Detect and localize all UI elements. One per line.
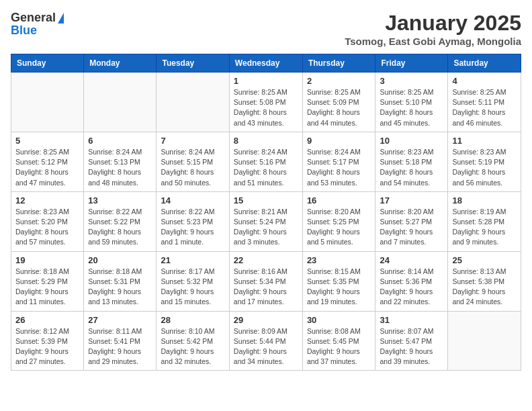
day-info: Sunrise: 8:25 AMSunset: 5:12 PMDaylight:… (15, 147, 79, 188)
calendar-week-row: 5Sunrise: 8:25 AMSunset: 5:12 PMDaylight… (11, 132, 521, 191)
calendar-cell (84, 73, 157, 132)
calendar-cell: 16Sunrise: 8:20 AMSunset: 5:25 PMDayligh… (302, 191, 375, 251)
calendar-cell: 3Sunrise: 8:25 AMSunset: 5:10 PMDaylight… (375, 73, 448, 132)
day-info: Sunrise: 8:24 AMSunset: 5:15 PMDaylight:… (161, 147, 224, 188)
day-info: Sunrise: 8:13 AMSunset: 5:38 PMDaylight:… (452, 267, 517, 308)
day-info: Sunrise: 8:12 AMSunset: 5:39 PMDaylight:… (15, 326, 79, 367)
logo-blue-text: Blue (11, 24, 37, 38)
day-number: 31 (380, 315, 443, 325)
day-number: 15 (234, 195, 298, 205)
day-info: Sunrise: 8:17 AMSunset: 5:32 PMDaylight:… (161, 267, 224, 308)
calendar-cell: 19Sunrise: 8:18 AMSunset: 5:29 PMDayligh… (11, 251, 84, 311)
location-subtitle: Tsomog, East Gobi Aymag, Mongolia (345, 36, 521, 47)
day-info: Sunrise: 8:24 AMSunset: 5:17 PMDaylight:… (307, 147, 371, 188)
day-number: 23 (307, 255, 371, 265)
day-info: Sunrise: 8:19 AMSunset: 5:28 PMDaylight:… (452, 207, 517, 248)
day-number: 16 (307, 195, 371, 205)
day-info: Sunrise: 8:23 AMSunset: 5:19 PMDaylight:… (452, 147, 517, 188)
day-info: Sunrise: 8:20 AMSunset: 5:27 PMDaylight:… (380, 207, 443, 248)
day-number: 5 (15, 136, 79, 146)
calendar-cell (11, 73, 84, 132)
calendar-cell: 12Sunrise: 8:23 AMSunset: 5:20 PMDayligh… (11, 191, 84, 251)
calendar-week-row: 19Sunrise: 8:18 AMSunset: 5:29 PMDayligh… (11, 251, 521, 311)
calendar-cell: 9Sunrise: 8:24 AMSunset: 5:17 PMDaylight… (302, 132, 375, 191)
day-info: Sunrise: 8:24 AMSunset: 5:16 PMDaylight:… (234, 147, 298, 188)
calendar-cell: 7Sunrise: 8:24 AMSunset: 5:15 PMDaylight… (157, 132, 229, 191)
day-number: 9 (307, 136, 371, 146)
day-info: Sunrise: 8:22 AMSunset: 5:23 PMDaylight:… (161, 207, 224, 248)
logo-triangle-icon (58, 13, 64, 24)
calendar-cell: 20Sunrise: 8:18 AMSunset: 5:31 PMDayligh… (84, 251, 157, 311)
calendar-cell: 25Sunrise: 8:13 AMSunset: 5:38 PMDayligh… (448, 251, 521, 311)
day-info: Sunrise: 8:24 AMSunset: 5:13 PMDaylight:… (88, 147, 152, 188)
calendar-cell: 2Sunrise: 8:25 AMSunset: 5:09 PMDaylight… (302, 73, 375, 132)
calendar-cell: 23Sunrise: 8:15 AMSunset: 5:35 PMDayligh… (302, 251, 375, 311)
day-number: 7 (161, 136, 224, 146)
weekday-header-thursday: Thursday (302, 54, 375, 73)
weekday-header-wednesday: Wednesday (229, 54, 302, 73)
day-info: Sunrise: 8:25 AMSunset: 5:10 PMDaylight:… (380, 87, 443, 128)
day-info: Sunrise: 8:23 AMSunset: 5:18 PMDaylight:… (380, 147, 443, 188)
calendar-cell: 30Sunrise: 8:08 AMSunset: 5:45 PMDayligh… (302, 311, 375, 371)
day-info: Sunrise: 8:18 AMSunset: 5:31 PMDaylight:… (88, 267, 152, 308)
day-number: 29 (234, 315, 298, 325)
title-block: January 2025 Tsomog, East Gobi Aymag, Mo… (345, 11, 521, 47)
calendar-cell: 4Sunrise: 8:25 AMSunset: 5:11 PMDaylight… (448, 73, 521, 132)
calendar-week-row: 12Sunrise: 8:23 AMSunset: 5:20 PMDayligh… (11, 191, 521, 251)
calendar-cell: 24Sunrise: 8:14 AMSunset: 5:36 PMDayligh… (375, 251, 448, 311)
day-number: 20 (88, 255, 152, 265)
calendar-cell: 8Sunrise: 8:24 AMSunset: 5:16 PMDaylight… (229, 132, 302, 191)
day-number: 18 (452, 195, 517, 205)
calendar-cell: 13Sunrise: 8:22 AMSunset: 5:22 PMDayligh… (84, 191, 157, 251)
calendar-cell: 28Sunrise: 8:10 AMSunset: 5:42 PMDayligh… (157, 311, 229, 371)
day-info: Sunrise: 8:25 AMSunset: 5:08 PMDaylight:… (234, 87, 298, 128)
calendar-cell: 18Sunrise: 8:19 AMSunset: 5:28 PMDayligh… (448, 191, 521, 251)
calendar-cell: 27Sunrise: 8:11 AMSunset: 5:41 PMDayligh… (84, 311, 157, 371)
day-info: Sunrise: 8:21 AMSunset: 5:24 PMDaylight:… (234, 207, 298, 248)
day-info: Sunrise: 8:22 AMSunset: 5:22 PMDaylight:… (88, 207, 152, 248)
day-number: 22 (234, 255, 298, 265)
day-info: Sunrise: 8:25 AMSunset: 5:09 PMDaylight:… (307, 87, 371, 128)
day-number: 28 (161, 315, 224, 325)
day-number: 8 (234, 136, 298, 146)
month-title: January 2025 (345, 11, 521, 36)
day-number: 24 (380, 255, 443, 265)
day-info: Sunrise: 8:16 AMSunset: 5:34 PMDaylight:… (234, 267, 298, 308)
day-number: 3 (380, 76, 443, 86)
calendar-cell: 21Sunrise: 8:17 AMSunset: 5:32 PMDayligh… (157, 251, 229, 311)
calendar-cell: 17Sunrise: 8:20 AMSunset: 5:27 PMDayligh… (375, 191, 448, 251)
calendar-cell: 1Sunrise: 8:25 AMSunset: 5:08 PMDaylight… (229, 73, 302, 132)
day-number: 14 (161, 195, 224, 205)
weekday-header-saturday: Saturday (448, 54, 521, 73)
day-info: Sunrise: 8:09 AMSunset: 5:44 PMDaylight:… (234, 326, 298, 367)
calendar-cell: 10Sunrise: 8:23 AMSunset: 5:18 PMDayligh… (375, 132, 448, 191)
day-info: Sunrise: 8:20 AMSunset: 5:25 PMDaylight:… (307, 207, 371, 248)
day-number: 11 (452, 136, 517, 146)
calendar-cell: 22Sunrise: 8:16 AMSunset: 5:34 PMDayligh… (229, 251, 302, 311)
day-number: 4 (452, 76, 517, 86)
weekday-header-row: SundayMondayTuesdayWednesdayThursdayFrid… (11, 54, 521, 73)
day-number: 19 (15, 255, 79, 265)
day-info: Sunrise: 8:15 AMSunset: 5:35 PMDaylight:… (307, 267, 371, 308)
calendar-cell: 15Sunrise: 8:21 AMSunset: 5:24 PMDayligh… (229, 191, 302, 251)
weekday-header-tuesday: Tuesday (157, 54, 229, 73)
calendar-week-row: 1Sunrise: 8:25 AMSunset: 5:08 PMDaylight… (11, 73, 521, 132)
day-number: 21 (161, 255, 224, 265)
day-number: 2 (307, 76, 371, 86)
calendar-cell (157, 73, 229, 132)
day-number: 26 (15, 315, 79, 325)
calendar-cell: 14Sunrise: 8:22 AMSunset: 5:23 PMDayligh… (157, 191, 229, 251)
day-info: Sunrise: 8:18 AMSunset: 5:29 PMDaylight:… (15, 267, 79, 308)
calendar-cell: 5Sunrise: 8:25 AMSunset: 5:12 PMDaylight… (11, 132, 84, 191)
day-info: Sunrise: 8:14 AMSunset: 5:36 PMDaylight:… (380, 267, 443, 308)
weekday-header-sunday: Sunday (11, 54, 84, 73)
day-number: 27 (88, 315, 152, 325)
calendar-cell: 6Sunrise: 8:24 AMSunset: 5:13 PMDaylight… (84, 132, 157, 191)
day-number: 12 (15, 195, 79, 205)
day-info: Sunrise: 8:08 AMSunset: 5:45 PMDaylight:… (307, 326, 371, 367)
day-number: 13 (88, 195, 152, 205)
day-number: 6 (88, 136, 152, 146)
day-number: 1 (234, 76, 298, 86)
day-info: Sunrise: 8:11 AMSunset: 5:41 PMDaylight:… (88, 326, 152, 367)
calendar-table: SundayMondayTuesdayWednesdayThursdayFrid… (11, 54, 521, 371)
